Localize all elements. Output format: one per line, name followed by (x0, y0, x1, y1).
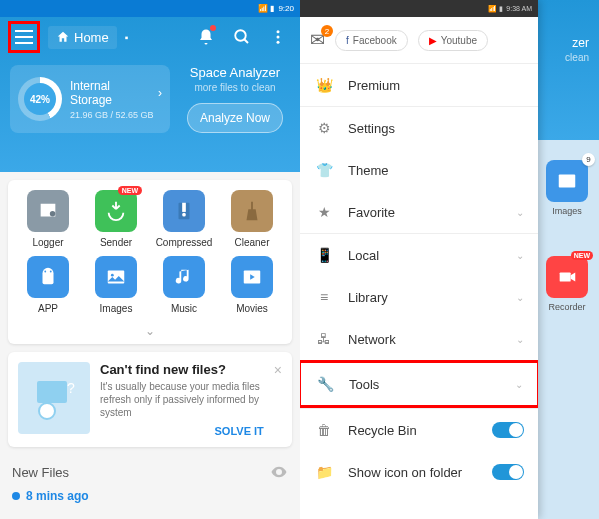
svg-rect-17 (559, 175, 576, 188)
category-music[interactable]: Music (152, 256, 216, 314)
status-icons: 📶 ▮ (258, 4, 274, 13)
category-compressed[interactable]: Compressed (152, 190, 216, 248)
youtube-label: Youtube (441, 35, 477, 46)
eye-icon (270, 463, 288, 481)
svg-line-1 (244, 39, 248, 43)
peek-images[interactable]: 9 Images (543, 160, 591, 216)
tab-indicator: ▪ (125, 32, 129, 43)
menu-premium[interactable]: 👑 Premium (300, 64, 538, 106)
category-label: Cleaner (234, 237, 269, 248)
visibility-toggle[interactable] (270, 463, 288, 481)
storage-percent: 42% (24, 83, 56, 115)
expand-categories-button[interactable]: ⌄ (14, 322, 286, 340)
svg-rect-7 (182, 203, 186, 212)
menu-network[interactable]: 🖧 Network ⌄ (300, 318, 538, 360)
logger-icon (27, 190, 69, 232)
peek-label: Images (552, 206, 582, 216)
storage-donut-chart: 42% (18, 77, 62, 121)
category-label: Music (171, 303, 197, 314)
facebook-button[interactable]: f Facebook (335, 30, 408, 51)
home-icon (56, 30, 70, 44)
internal-storage-card[interactable]: 42% Internal Storage › 21.96 GB / 52.65 … (10, 65, 170, 133)
crown-icon: 👑 (314, 75, 334, 95)
category-label: Sender (100, 237, 132, 248)
chevron-down-icon: ⌄ (516, 334, 524, 345)
youtube-button[interactable]: ▶ Youtube (418, 30, 488, 51)
peek-recorder[interactable]: NEW Recorder (543, 256, 591, 312)
right-screen: zer clean 9 Images NEW Recorder (300, 0, 599, 519)
status-icons: 📶 ▮ (488, 5, 503, 13)
menu-favorite[interactable]: ★ Favorite ⌄ (300, 191, 538, 233)
wrench-icon: 🔧 (315, 374, 335, 394)
category-label: Movies (236, 303, 268, 314)
navigation-drawer: 📶 ▮ 9:38 AM ✉ 2 f Facebook ▶ Youtube 👑 P… (300, 0, 538, 519)
menu-library[interactable]: ≡ Library ⌄ (300, 276, 538, 318)
svg-point-4 (277, 41, 280, 44)
analyzer-subtitle: more files to clean (194, 82, 275, 93)
search-button[interactable] (228, 23, 256, 51)
drawer-header: ✉ 2 f Facebook ▶ Youtube (300, 17, 538, 63)
time-ago-label: 8 mins ago (26, 489, 89, 503)
cleaner-icon (231, 190, 273, 232)
facebook-label: Facebook (353, 35, 397, 46)
images-icon: 9 (546, 160, 588, 202)
svg-point-8 (182, 213, 186, 217)
category-sender[interactable]: NEW Sender (84, 190, 148, 248)
menu-label: Premium (348, 78, 524, 93)
menu-show-icon-on-folder[interactable]: 📁 Show icon on folder (300, 451, 538, 493)
new-file-time-item[interactable]: 8 mins ago (12, 489, 288, 503)
category-images[interactable]: Images (84, 256, 148, 314)
category-cleaner[interactable]: Cleaner (220, 190, 284, 248)
folder-icon-toggle[interactable] (492, 464, 524, 480)
peek-label: Recorder (548, 302, 585, 312)
info-close-button[interactable]: × (274, 362, 282, 378)
category-logger[interactable]: Logger (16, 190, 80, 248)
category-label: APP (38, 303, 58, 314)
chevron-down-icon: ⌄ (516, 292, 524, 303)
svg-text:?: ? (67, 380, 75, 396)
movies-icon (231, 256, 273, 298)
chevron-down-icon: ⌄ (516, 250, 524, 261)
menu-label: Show icon on folder (348, 465, 478, 480)
menu-label: Local (348, 248, 502, 263)
menu-theme[interactable]: 👕 Theme (300, 149, 538, 191)
menu-tools[interactable]: 🔧 Tools ⌄ (300, 360, 538, 408)
info-card-title: Can't find new files? (100, 362, 264, 377)
new-badge: NEW (571, 251, 593, 260)
menu-label: Theme (348, 163, 524, 178)
hamburger-menu-button[interactable] (8, 21, 40, 53)
mail-button[interactable]: ✉ 2 (310, 29, 325, 51)
solve-it-link[interactable]: SOLVE IT (215, 425, 264, 437)
recycle-bin-toggle[interactable] (492, 422, 524, 438)
notifications-button[interactable] (192, 23, 220, 51)
images-icon (95, 256, 137, 298)
analyze-now-button[interactable]: Analyze Now (187, 103, 283, 133)
menu-label: Recycle Bin (348, 423, 478, 438)
category-movies[interactable]: Movies (220, 256, 284, 314)
analyzer-title: Space Analyzer (190, 65, 280, 80)
home-tab[interactable]: Home (48, 26, 117, 49)
new-files-section: New Files 8 mins ago (0, 455, 300, 511)
category-app[interactable]: APP (16, 256, 80, 314)
status-time: 9:38 AM (506, 5, 532, 12)
bullet-icon (12, 492, 20, 500)
overflow-menu-button[interactable] (264, 23, 292, 51)
info-card-desc: It's usually because your media files re… (100, 380, 264, 419)
menu-local[interactable]: 📱 Local ⌄ (300, 234, 538, 276)
info-illustration: ? (18, 362, 90, 434)
topbar: Home ▪ (0, 17, 300, 57)
menu-settings[interactable]: ⚙ Settings (300, 107, 538, 149)
chevron-down-icon: ⌄ (516, 207, 524, 218)
category-label: Images (100, 303, 133, 314)
svg-point-5 (50, 211, 56, 217)
category-label: Compressed (156, 237, 213, 248)
storage-analyzer-row: 42% Internal Storage › 21.96 GB / 52.65 … (0, 57, 300, 141)
svg-point-9 (44, 271, 46, 273)
menu-label: Library (348, 290, 502, 305)
new-files-title: New Files (12, 465, 69, 480)
folder-gear-icon: 📁 (314, 462, 334, 482)
app-header: Home ▪ 42% Internal Stora (0, 17, 300, 172)
music-icon (163, 256, 205, 298)
compressed-icon (163, 190, 205, 232)
menu-recycle-bin[interactable]: 🗑 Recycle Bin (300, 409, 538, 451)
